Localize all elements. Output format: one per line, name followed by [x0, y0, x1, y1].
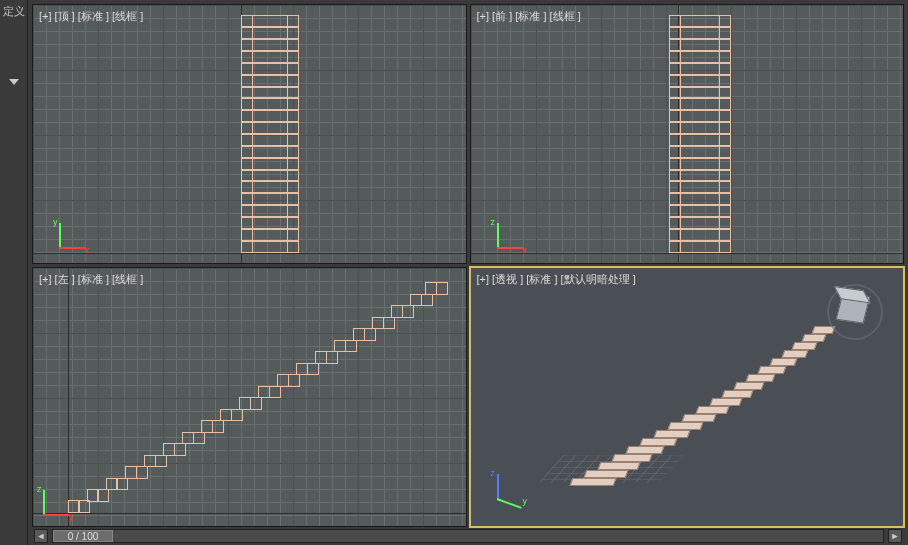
axis-x: [33, 253, 466, 254]
viewport-label-left[interactable]: [+] [左 ] [标准 ] [线框 ]: [39, 272, 143, 287]
sidebar-dropdown-icon[interactable]: [9, 79, 19, 85]
viewport-top[interactable]: [+] [顶 ] [标准 ] [线框 ] y x: [32, 4, 467, 264]
axis-gizmo: z y: [489, 468, 529, 508]
main-area: [+] [顶 ] [标准 ] [线框 ] y x: [28, 0, 908, 545]
viewcube[interactable]: [827, 284, 883, 340]
axis-x: [471, 253, 904, 254]
viewport-label-top[interactable]: [+] [顶 ] [标准 ] [线框 ]: [39, 9, 143, 24]
axis-gizmo: y x: [51, 217, 91, 257]
viewport-label-front[interactable]: [+] [前 ] [标准 ] [线框 ]: [477, 9, 581, 24]
timeline-thumb[interactable]: 0 / 100: [53, 530, 113, 542]
staircase-front: [669, 15, 731, 252]
staircase-top: [241, 15, 299, 252]
staircase-left: [68, 283, 449, 513]
sidebar-label: 定义: [3, 4, 25, 19]
viewport-front[interactable]: [+] [前 ] [标准 ] [线框 ] z x: [470, 4, 905, 264]
timeline-prev-button[interactable]: ◄: [34, 529, 48, 543]
timeline: ◄ 0 / 100 ►: [28, 527, 908, 545]
timeline-next-button[interactable]: ►: [888, 529, 902, 543]
axis-gizmo: z x: [489, 217, 529, 257]
axis-gizmo: z y: [35, 484, 75, 524]
viewport-label-perspective[interactable]: [+] [透视 ] [标准 ] [默认明暗处理 ]: [477, 272, 636, 287]
viewport-perspective[interactable]: [+] [透视 ] [标准 ] [默认明暗处理 ] z y: [470, 267, 905, 527]
viewport-grid: [+] [顶 ] [标准 ] [线框 ] y x: [28, 0, 908, 527]
axis-x: [33, 513, 466, 514]
timeline-track[interactable]: 0 / 100: [52, 529, 884, 543]
viewport-left[interactable]: [+] [左 ] [标准 ] [线框 ] z y: [32, 267, 467, 527]
left-sidebar: 定义: [0, 0, 28, 545]
